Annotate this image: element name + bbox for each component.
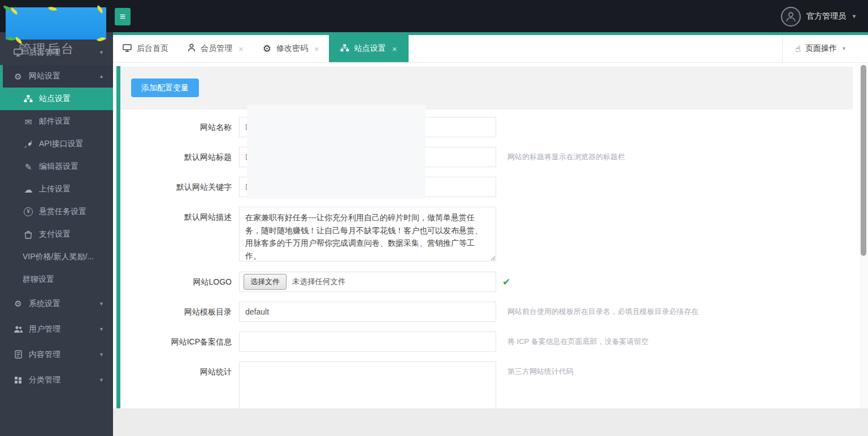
panel-accent-bar [116, 66, 120, 436]
check-icon: ✔ [502, 276, 510, 288]
tab-change-password[interactable]: ⚙ 修改密码 × [253, 35, 329, 62]
tab-label: 修改密码 [276, 43, 308, 54]
gear-icon: ⚙ [12, 299, 24, 308]
field-label: 网站名称 [130, 117, 232, 137]
tab-label: 后台首页 [137, 43, 168, 54]
monitor-icon [12, 49, 24, 56]
caret-up-icon: ▲ [99, 73, 104, 79]
censor-overlay [247, 104, 426, 199]
close-icon[interactable]: × [314, 44, 319, 54]
field-label: 网站LOGO [130, 272, 232, 292]
avatar [781, 7, 801, 27]
caret-down-icon: ▼ [99, 352, 104, 357]
users-icon [12, 325, 24, 333]
sidebar-item-payment-settings[interactable]: 支付设置 [0, 223, 113, 246]
monitor-icon [123, 44, 132, 54]
caret-down-icon: ▼ [99, 377, 104, 383]
sidebar-item-category-management[interactable]: 分类管理 ▼ [0, 367, 113, 393]
shopping-bag-icon [23, 230, 34, 239]
site-description-textarea[interactable]: 在家兼职有好任务---让你充分利用自己的碎片时间，做简单悬赏任务，随时随地赚钱！… [239, 207, 496, 261]
field-label: 网站统计 [130, 361, 232, 382]
hamburger-icon: ≡ [120, 11, 125, 22]
sidebar: 管理后台 后台管理 ▼ ⚙ 网站设置 ▲ 站点设置 ✉ [0, 32, 113, 436]
sidebar-item-label: 支付设置 [39, 229, 71, 239]
field-hint: 将 ICP 备案信息在页面底部，没备案请留空 [507, 332, 649, 352]
page-actions-dropdown[interactable]: ☝ 页面操作 ▼ [782, 35, 868, 62]
sidebar-item-label: 系统设置 [29, 299, 60, 309]
sidebar-item-site-settings[interactable]: 站点设置 [0, 88, 113, 110]
hand-pointer-icon: ☝ [795, 43, 801, 54]
tab-dashboard[interactable]: 后台首页 [113, 35, 178, 62]
sidebar-item-label: 内容管理 [29, 350, 60, 360]
leaf-decoration [10, 7, 19, 15]
sidebar-item-label: 邮件设置 [39, 116, 71, 127]
sidebar-item-label: 群聊设置 [23, 274, 54, 285]
file-status-text: 未选择任何文件 [292, 277, 346, 287]
sidebar-item-mail-settings[interactable]: ✉ 邮件设置 [0, 110, 113, 133]
choose-file-button[interactable]: 选择文件 [244, 274, 287, 290]
field-label: 网站ICP备案信息 [130, 332, 232, 352]
sidebar-item-user-management[interactable]: 用户管理 ▼ [0, 316, 113, 342]
gear-icon: ⚙ [263, 43, 271, 55]
sidebar-item-groupchat-settings[interactable]: 群聊设置 [0, 268, 113, 291]
tab-members[interactable]: 会员管理 × [178, 35, 253, 62]
icp-info-input[interactable] [239, 332, 496, 352]
sidebar-item-label: 上传设置 [39, 184, 71, 194]
field-label: 默认网站关键字 [130, 177, 232, 197]
sidebar-item-label: 用户管理 [29, 324, 60, 334]
tab-label: 会员管理 [201, 43, 232, 54]
sidebar-item-website-settings[interactable]: ⚙ 网站设置 ▲ [0, 65, 113, 88]
close-icon[interactable]: × [238, 44, 244, 54]
user-menu[interactable]: 官方管理员 ▼ [781, 6, 857, 27]
caret-down-icon: ▼ [841, 46, 847, 51]
sitemap-icon [340, 44, 349, 54]
person-icon [785, 11, 796, 22]
sidebar-item-label: 分类管理 [29, 375, 60, 385]
sidebar-item-label: 站点设置 [39, 94, 71, 104]
sidebar-item-backend-manage[interactable]: 后台管理 ▼ [0, 40, 113, 65]
field-hint: 网站前台使用的模板所在目录名，必填且模板目录必须存在 [507, 302, 698, 322]
categories-icon [12, 376, 24, 384]
page-actions-label: 页面操作 [805, 43, 837, 54]
sidebar-item-api-settings[interactable]: API接口设置 [0, 133, 113, 155]
tab-bar: 后台首页 会员管理 × ⚙ 修改密码 × 站点设置 × ☝ 页面操作 ▼ [113, 35, 868, 63]
field-label: 默认网站描述 [130, 207, 232, 227]
tab-site-settings[interactable]: 站点设置 × [329, 35, 409, 62]
sidebar-item-label: 后台管理 [29, 47, 60, 58]
logo-file-input: 选择文件 未选择任何文件 [239, 272, 496, 292]
sidebar-item-upload-settings[interactable]: ☁ 上传设置 [0, 178, 113, 200]
admin-panel: 官方管理员 ▼ ≡ 管理后台 后台管理 ▼ ⚙ 网站设置 ▲ [0, 0, 868, 436]
sidebar-item-task-settings[interactable]: ¥ 悬赏任务设置 [0, 200, 113, 223]
person-icon [188, 43, 196, 54]
field-hint: 第三方网站统计代码 [507, 361, 574, 382]
footer-strip [113, 408, 868, 436]
scrollbar-thumb[interactable] [861, 65, 866, 256]
gears-icon: ⚙ [12, 72, 24, 81]
sidebar-item-system-settings[interactable]: ⚙ 系统设置 ▼ [0, 291, 113, 316]
tab-label: 站点设置 [354, 43, 386, 54]
mail-icon: ✉ [23, 117, 34, 126]
sidebar-item-content-management[interactable]: 内容管理 ▼ [0, 342, 113, 367]
add-config-variable-button[interactable]: 添加配置变量 [131, 79, 199, 97]
logo-image [6, 7, 106, 40]
field-hint: 网站的标题将显示在浏览器的标题栏 [507, 147, 625, 167]
sidebar-item-label: VIP价格/新人奖励/... [23, 252, 94, 262]
close-icon[interactable]: × [392, 44, 397, 54]
menu-toggle-button[interactable]: ≡ [115, 8, 131, 25]
sitemap-icon [23, 95, 34, 103]
template-dir-input[interactable] [239, 302, 496, 322]
sidebar-item-label: 网站设置 [29, 71, 60, 81]
caret-down-icon: ▼ [852, 14, 857, 19]
admin-name: 官方管理员 [806, 11, 846, 21]
vertical-scrollbar[interactable] [860, 63, 868, 408]
plug-icon [23, 140, 34, 149]
yen-circle-icon: ¥ [23, 207, 34, 216]
sidebar-item-vip-settings[interactable]: VIP价格/新人奖励/... [0, 246, 113, 268]
sidebar-item-editor-settings[interactable]: ✎ 编辑器设置 [0, 155, 113, 178]
sidebar-item-label: 编辑器设置 [39, 162, 79, 172]
sidebar-menu: 后台管理 ▼ ⚙ 网站设置 ▲ 站点设置 ✉ 邮件设置 [0, 32, 113, 393]
edit-icon: ✎ [23, 163, 34, 171]
field-label: 网站模板目录 [130, 302, 232, 322]
field-label: 默认网站标题 [130, 147, 232, 167]
sidebar-item-label: API接口设置 [39, 139, 84, 149]
